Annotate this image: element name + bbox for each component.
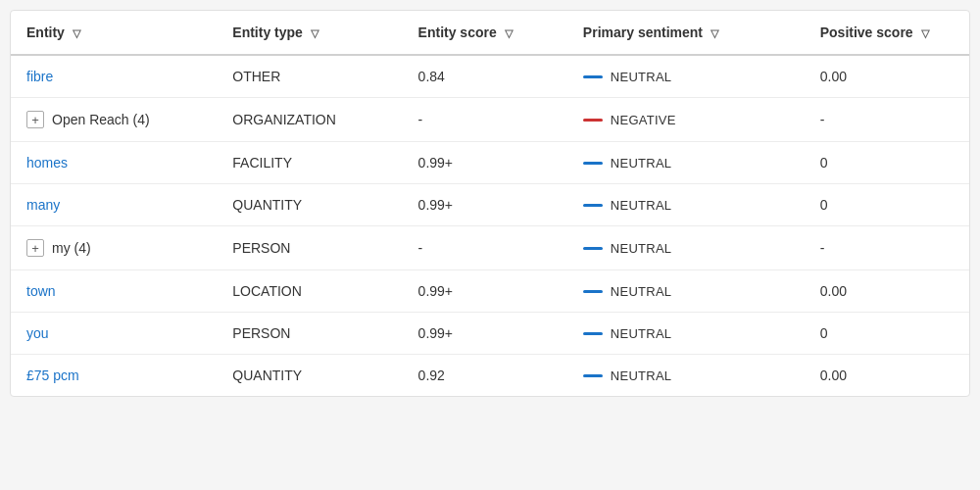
sentiment-cell: NEUTRAL [567, 55, 805, 98]
positive-score-cell: 0 [805, 313, 969, 355]
entity-cell: many [26, 197, 201, 213]
entity-cell: +Open Reach (4) [26, 111, 201, 128]
sentiment-label: NEUTRAL [611, 284, 672, 299]
positive-score-cell: 0.00 [805, 355, 969, 397]
positive-score-cell: 0 [805, 142, 969, 184]
expand-button[interactable]: + [26, 111, 44, 128]
table-header-row: Entity ▽ Entity type ▽ Entity score ▽ Pr… [11, 11, 969, 55]
entity-link[interactable]: homes [26, 155, 68, 171]
entity-table-container: Entity ▽ Entity type ▽ Entity score ▽ Pr… [10, 10, 970, 397]
sentiment-cell: NEUTRAL [567, 313, 805, 355]
entity-type-cell: ORGANIZATION [217, 98, 402, 142]
positive-score-cell: - [805, 226, 969, 270]
entity-type-cell: FACILITY [217, 142, 402, 184]
entity-link[interactable]: £75 pcm [26, 368, 79, 383]
sentiment-label: NEUTRAL [611, 156, 672, 171]
sort-arrow-entity-score: ▽ [505, 27, 513, 40]
table-row: +Open Reach (4)ORGANIZATION-NEGATIVE- [11, 98, 969, 142]
positive-score-cell: 0 [805, 184, 969, 226]
column-header-entity-score[interactable]: Entity score ▽ [403, 11, 567, 55]
sentiment-label: NEGATIVE [611, 113, 676, 127]
entity-type-cell: OTHER [217, 55, 402, 98]
entity-type-cell: QUANTITY [217, 184, 402, 226]
table-row: £75 pcmQUANTITY0.92NEUTRAL0.00 [11, 355, 969, 397]
sentiment-cell: NEUTRAL [567, 226, 805, 270]
sentiment-label: NEUTRAL [611, 368, 672, 383]
sentiment-label: NEUTRAL [611, 198, 672, 213]
entity-link[interactable]: many [26, 197, 60, 213]
entity-link[interactable]: you [26, 325, 49, 341]
sentiment-label: NEUTRAL [611, 241, 672, 256]
table-row: fibreOTHER0.84NEUTRAL0.00 [11, 55, 969, 98]
entity-name: my (4) [52, 240, 91, 256]
entity-type-cell: PERSON [217, 313, 402, 355]
entity-link[interactable]: town [26, 283, 56, 299]
entity-cell: you [26, 325, 201, 341]
entity-cell: homes [26, 155, 201, 171]
column-label-entity: Entity [26, 24, 65, 40]
sentiment-line-icon [583, 162, 603, 165]
entity-cell: town [26, 283, 201, 299]
entity-link[interactable]: fibre [26, 69, 53, 84]
column-header-primary-sentiment[interactable]: Primary sentiment ▽ [567, 11, 805, 55]
sentiment-cell: NEUTRAL [567, 142, 805, 184]
column-header-positive-score[interactable]: Positive score ▽ [805, 11, 969, 55]
table-row: manyQUANTITY0.99+NEUTRAL0 [11, 184, 969, 226]
sentiment-label: NEUTRAL [611, 70, 672, 84]
sentiment-cell: NEGATIVE [567, 98, 805, 142]
column-label-entity-score: Entity score [418, 24, 497, 40]
column-header-entity-type[interactable]: Entity type ▽ [217, 11, 402, 55]
entity-score-cell: 0.99+ [403, 142, 567, 184]
entity-score-cell: 0.92 [403, 355, 567, 397]
entity-table: Entity ▽ Entity type ▽ Entity score ▽ Pr… [11, 11, 969, 396]
entity-score-cell: 0.99+ [403, 270, 567, 313]
sort-arrow-entity: ▽ [73, 27, 80, 40]
column-label-entity-type: Entity type [232, 24, 303, 40]
entity-type-cell: LOCATION [217, 270, 402, 313]
column-label-primary-sentiment: Primary sentiment [583, 24, 703, 40]
entity-cell: fibre [26, 69, 201, 84]
entity-score-cell: 0.99+ [403, 313, 567, 355]
sentiment-cell: NEUTRAL [567, 355, 805, 397]
sentiment-line-icon [583, 119, 603, 122]
table-row: townLOCATION0.99+NEUTRAL0.00 [11, 270, 969, 313]
column-header-entity[interactable]: Entity ▽ [11, 11, 217, 55]
entity-score-cell: - [403, 98, 567, 142]
sort-arrow-positive-score: ▽ [921, 27, 929, 40]
sentiment-cell: NEUTRAL [567, 184, 805, 226]
sentiment-line-icon [583, 374, 603, 377]
sentiment-line-icon [583, 75, 603, 78]
expand-button[interactable]: + [26, 239, 44, 257]
sort-arrow-primary-sentiment: ▽ [710, 27, 718, 40]
positive-score-cell: - [805, 98, 969, 142]
sort-arrow-entity-type: ▽ [311, 27, 318, 40]
column-label-positive-score: Positive score [820, 24, 913, 40]
entity-cell: +my (4) [26, 239, 201, 257]
sentiment-cell: NEUTRAL [567, 270, 805, 313]
sentiment-line-icon [583, 290, 603, 293]
entity-score-cell: 0.84 [403, 55, 567, 98]
positive-score-cell: 0.00 [805, 270, 969, 313]
sentiment-line-icon [583, 247, 603, 250]
table-row: youPERSON0.99+NEUTRAL0 [11, 313, 969, 355]
sentiment-line-icon [583, 332, 603, 335]
sentiment-label: NEUTRAL [611, 326, 672, 341]
entity-type-cell: PERSON [217, 226, 402, 270]
sentiment-line-icon [583, 204, 603, 207]
table-row: homesFACILITY0.99+NEUTRAL0 [11, 142, 969, 184]
entity-score-cell: - [403, 226, 567, 270]
entity-type-cell: QUANTITY [217, 355, 402, 397]
table-row: +my (4)PERSON-NEUTRAL- [11, 226, 969, 270]
positive-score-cell: 0.00 [805, 55, 969, 98]
entity-score-cell: 0.99+ [403, 184, 567, 226]
entity-name: Open Reach (4) [52, 112, 150, 127]
entity-cell: £75 pcm [26, 368, 201, 383]
